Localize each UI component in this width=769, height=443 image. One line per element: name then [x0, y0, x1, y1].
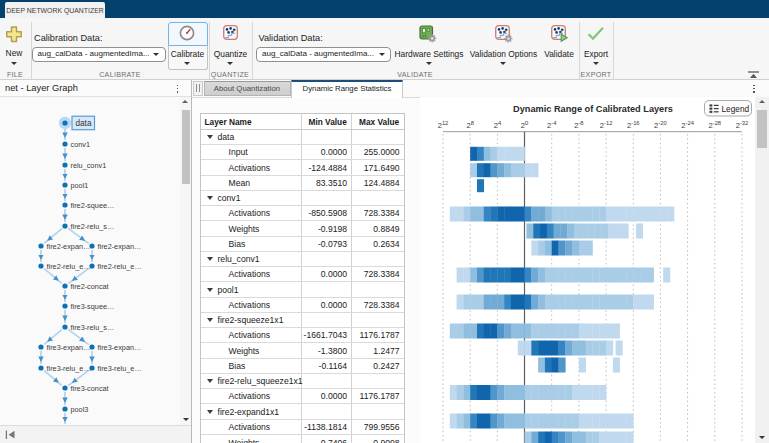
svg-text:fire2-expan…: fire2-expan… [47, 242, 91, 251]
svg-text:pool1: pool1 [71, 181, 89, 190]
svg-text:fire3-concat: fire3-concat [71, 384, 109, 393]
svg-text:fire2-relu_s…: fire2-relu_s… [71, 222, 115, 231]
svg-text:fire3-relu_s…: fire3-relu_s… [71, 323, 115, 332]
svg-text:fire3-relu_e…: fire3-relu_e… [47, 364, 91, 373]
svg-text:Legend: Legend [722, 104, 750, 114]
svg-text:relu_conv1: relu_conv1 [71, 161, 107, 170]
svg-text:fire3-expan…: fire3-expan… [47, 343, 91, 352]
svg-text:conv1: conv1 [71, 140, 90, 149]
svg-text:data: data [76, 119, 92, 128]
svg-text:fire2-expan…: fire2-expan… [98, 242, 142, 251]
svg-text:fire3-expan…: fire3-expan… [98, 343, 142, 352]
svg-text:fire2-relu_e…: fire2-relu_e… [47, 262, 91, 271]
svg-text:fire2-squee…: fire2-squee… [71, 201, 115, 210]
svg-text:Dynamic Range of Calibrated La: Dynamic Range of Calibrated Layers [513, 104, 673, 114]
svg-text:fire2-relu_e…: fire2-relu_e… [98, 262, 142, 271]
svg-text:fire3-relu_e…: fire3-relu_e… [98, 364, 142, 373]
svg-text:pool3: pool3 [71, 405, 89, 414]
svg-text:fire3-squee…: fire3-squee… [71, 302, 115, 311]
svg-text:fire2-concat: fire2-concat [71, 282, 109, 291]
